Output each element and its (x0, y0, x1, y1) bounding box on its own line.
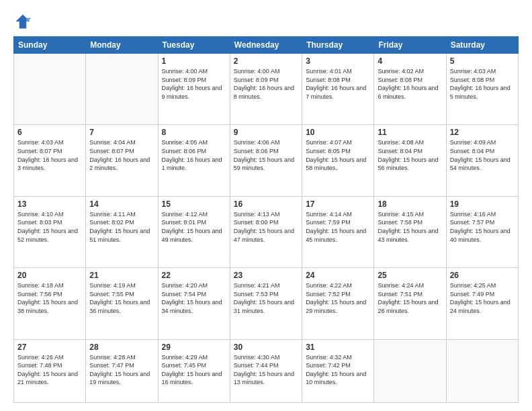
day-number: 25 (378, 271, 442, 280)
calendar-cell: 11Sunrise: 4:08 AM Sunset: 8:04 PM Dayli… (374, 125, 446, 196)
calendar-cell: 22Sunrise: 4:20 AM Sunset: 7:54 PM Dayli… (158, 268, 230, 339)
day-number: 31 (306, 342, 370, 352)
day-info: Sunrise: 4:06 AM Sunset: 8:06 PM Dayligh… (234, 138, 298, 172)
calendar-cell (86, 54, 158, 125)
calendar-cell: 5Sunrise: 4:03 AM Sunset: 8:08 PM Daylig… (446, 54, 518, 125)
day-info: Sunrise: 4:11 AM Sunset: 8:02 PM Dayligh… (89, 210, 154, 244)
day-info: Sunrise: 4:07 AM Sunset: 8:05 PM Dayligh… (306, 138, 370, 172)
day-number: 15 (162, 199, 226, 209)
calendar-cell: 21Sunrise: 4:19 AM Sunset: 7:55 PM Dayli… (86, 268, 158, 339)
weekday-header-tuesday: Tuesday (158, 37, 230, 54)
day-info: Sunrise: 4:28 AM Sunset: 7:47 PM Dayligh… (89, 353, 154, 387)
weekday-header-friday: Friday (374, 37, 446, 54)
calendar-week-2: 13Sunrise: 4:10 AM Sunset: 8:03 PM Dayli… (14, 196, 519, 267)
calendar-week-3: 20Sunrise: 4:18 AM Sunset: 7:56 PM Dayli… (14, 268, 519, 339)
calendar-cell: 26Sunrise: 4:25 AM Sunset: 7:49 PM Dayli… (446, 268, 518, 339)
calendar-cell: 25Sunrise: 4:24 AM Sunset: 7:51 PM Dayli… (374, 268, 446, 339)
calendar-cell: 29Sunrise: 4:29 AM Sunset: 7:45 PM Dayli… (158, 339, 230, 402)
day-info: Sunrise: 4:08 AM Sunset: 8:04 PM Dayligh… (378, 138, 442, 172)
day-number: 12 (450, 128, 515, 137)
day-number: 23 (234, 271, 298, 280)
day-info: Sunrise: 4:20 AM Sunset: 7:54 PM Dayligh… (162, 281, 226, 315)
weekday-header-row: SundayMondayTuesdayWednesdayThursdayFrid… (14, 37, 519, 54)
day-number: 20 (17, 271, 82, 280)
day-number: 3 (306, 56, 370, 66)
day-number: 21 (89, 271, 154, 280)
calendar-cell: 10Sunrise: 4:07 AM Sunset: 8:05 PM Dayli… (302, 125, 374, 196)
day-info: Sunrise: 4:10 AM Sunset: 8:03 PM Dayligh… (17, 210, 82, 244)
calendar-cell: 20Sunrise: 4:18 AM Sunset: 7:56 PM Dayli… (14, 268, 86, 339)
day-number: 14 (89, 199, 154, 209)
calendar-cell: 16Sunrise: 4:13 AM Sunset: 8:00 PM Dayli… (230, 196, 302, 267)
day-number: 27 (17, 342, 82, 352)
day-number: 10 (306, 128, 370, 137)
calendar-cell (374, 339, 446, 402)
day-number: 8 (162, 128, 226, 137)
day-number: 17 (306, 199, 370, 209)
calendar-cell: 1Sunrise: 4:00 AM Sunset: 8:09 PM Daylig… (158, 54, 230, 125)
calendar-week-0: 1Sunrise: 4:00 AM Sunset: 8:09 PM Daylig… (14, 54, 519, 125)
day-number: 26 (450, 271, 515, 280)
calendar-cell: 31Sunrise: 4:32 AM Sunset: 7:42 PM Dayli… (302, 339, 374, 402)
day-info: Sunrise: 4:04 AM Sunset: 8:07 PM Dayligh… (89, 138, 154, 172)
page: SundayMondayTuesdayWednesdayThursdayFrid… (0, 0, 532, 411)
calendar-cell: 8Sunrise: 4:05 AM Sunset: 8:06 PM Daylig… (158, 125, 230, 196)
day-number: 19 (450, 199, 515, 209)
day-info: Sunrise: 4:22 AM Sunset: 7:52 PM Dayligh… (306, 281, 370, 315)
calendar-cell: 17Sunrise: 4:14 AM Sunset: 7:59 PM Dayli… (302, 196, 374, 267)
day-info: Sunrise: 4:24 AM Sunset: 7:51 PM Dayligh… (378, 281, 442, 315)
calendar-cell: 23Sunrise: 4:21 AM Sunset: 7:53 PM Dayli… (230, 268, 302, 339)
calendar-cell: 18Sunrise: 4:15 AM Sunset: 7:58 PM Dayli… (374, 196, 446, 267)
calendar-cell: 28Sunrise: 4:28 AM Sunset: 7:47 PM Dayli… (86, 339, 158, 402)
day-info: Sunrise: 4:01 AM Sunset: 8:08 PM Dayligh… (306, 67, 370, 101)
day-info: Sunrise: 4:12 AM Sunset: 8:01 PM Dayligh… (162, 210, 226, 244)
calendar-cell (446, 339, 518, 402)
day-number: 9 (234, 128, 298, 137)
day-info: Sunrise: 4:18 AM Sunset: 7:56 PM Dayligh… (17, 281, 82, 315)
calendar-cell: 4Sunrise: 4:02 AM Sunset: 8:08 PM Daylig… (374, 54, 446, 125)
calendar-cell: 13Sunrise: 4:10 AM Sunset: 8:03 PM Dayli… (14, 196, 86, 267)
day-info: Sunrise: 4:21 AM Sunset: 7:53 PM Dayligh… (234, 281, 298, 315)
calendar-cell: 14Sunrise: 4:11 AM Sunset: 8:02 PM Dayli… (86, 196, 158, 267)
calendar-cell: 2Sunrise: 4:00 AM Sunset: 8:09 PM Daylig… (230, 54, 302, 125)
day-number: 29 (162, 342, 226, 352)
day-info: Sunrise: 4:19 AM Sunset: 7:55 PM Dayligh… (89, 281, 154, 315)
day-info: Sunrise: 4:09 AM Sunset: 8:04 PM Dayligh… (450, 138, 515, 172)
day-number: 2 (234, 56, 298, 66)
day-info: Sunrise: 4:25 AM Sunset: 7:49 PM Dayligh… (450, 281, 515, 315)
day-number: 1 (162, 56, 226, 66)
day-number: 6 (17, 128, 82, 137)
day-info: Sunrise: 4:02 AM Sunset: 8:08 PM Dayligh… (378, 67, 442, 101)
day-number: 13 (17, 199, 82, 209)
weekday-header-thursday: Thursday (302, 37, 374, 54)
day-info: Sunrise: 4:05 AM Sunset: 8:06 PM Dayligh… (162, 138, 226, 172)
calendar-cell: 7Sunrise: 4:04 AM Sunset: 8:07 PM Daylig… (86, 125, 158, 196)
calendar-week-4: 27Sunrise: 4:26 AM Sunset: 7:48 PM Dayli… (14, 339, 519, 402)
calendar-cell: 19Sunrise: 4:16 AM Sunset: 7:57 PM Dayli… (446, 196, 518, 267)
day-number: 30 (234, 342, 298, 352)
day-number: 24 (306, 271, 370, 280)
logo-icon (13, 12, 32, 31)
day-info: Sunrise: 4:15 AM Sunset: 7:58 PM Dayligh… (378, 210, 442, 244)
weekday-header-sunday: Sunday (14, 37, 86, 54)
day-info: Sunrise: 4:13 AM Sunset: 8:00 PM Dayligh… (234, 210, 298, 244)
svg-marker-0 (16, 15, 30, 29)
logo (13, 12, 35, 31)
calendar-cell: 15Sunrise: 4:12 AM Sunset: 8:01 PM Dayli… (158, 196, 230, 267)
day-number: 28 (89, 342, 154, 352)
calendar-cell: 9Sunrise: 4:06 AM Sunset: 8:06 PM Daylig… (230, 125, 302, 196)
day-info: Sunrise: 4:03 AM Sunset: 8:07 PM Dayligh… (17, 138, 82, 172)
day-number: 11 (378, 128, 442, 137)
day-info: Sunrise: 4:30 AM Sunset: 7:44 PM Dayligh… (234, 353, 298, 387)
calendar-cell: 27Sunrise: 4:26 AM Sunset: 7:48 PM Dayli… (14, 339, 86, 402)
day-info: Sunrise: 4:00 AM Sunset: 8:09 PM Dayligh… (162, 67, 226, 101)
weekday-header-saturday: Saturday (446, 37, 518, 54)
day-info: Sunrise: 4:14 AM Sunset: 7:59 PM Dayligh… (306, 210, 370, 244)
day-number: 5 (450, 56, 515, 66)
day-info: Sunrise: 4:29 AM Sunset: 7:45 PM Dayligh… (162, 353, 226, 387)
calendar: SundayMondayTuesdayWednesdayThursdayFrid… (13, 36, 519, 403)
weekday-header-monday: Monday (86, 37, 158, 54)
calendar-cell: 30Sunrise: 4:30 AM Sunset: 7:44 PM Dayli… (230, 339, 302, 402)
calendar-cell: 6Sunrise: 4:03 AM Sunset: 8:07 PM Daylig… (14, 125, 86, 196)
day-info: Sunrise: 4:26 AM Sunset: 7:48 PM Dayligh… (17, 353, 82, 387)
